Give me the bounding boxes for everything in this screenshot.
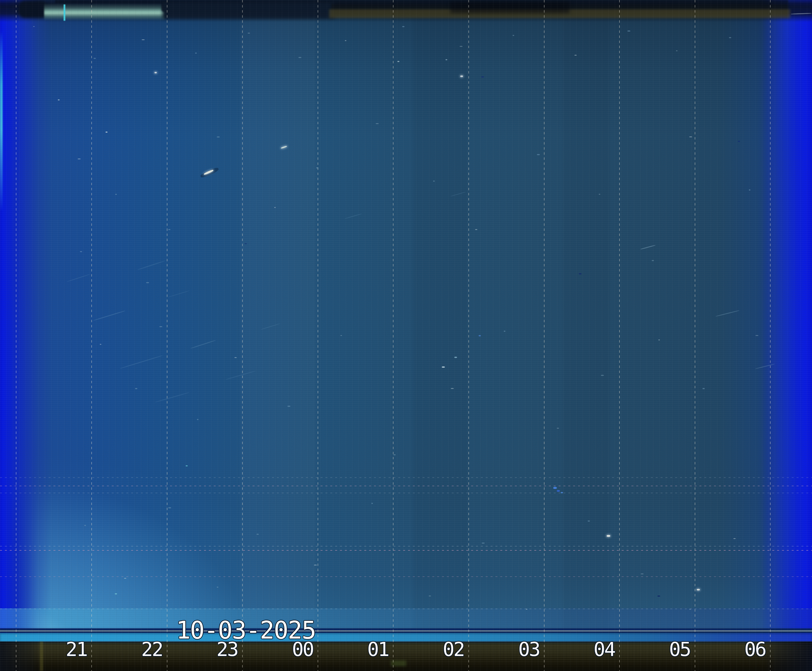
hour-label-04: 04 xyxy=(592,640,615,659)
date-stamp: 10-03-2025 xyxy=(175,618,316,642)
hour-label-06: 06 xyxy=(743,640,766,659)
hour-label-row: 21222300010203040506 xyxy=(0,0,812,671)
hour-label-21: 21 xyxy=(65,640,87,659)
hour-label-22: 22 xyxy=(140,640,162,659)
hour-label-03: 03 xyxy=(517,640,539,659)
keogram-image: 21222300010203040506 10-03-2025 xyxy=(0,0,812,671)
hour-label-01: 01 xyxy=(366,640,389,659)
hour-label-05: 05 xyxy=(668,640,690,659)
hour-label-02: 02 xyxy=(442,640,464,659)
